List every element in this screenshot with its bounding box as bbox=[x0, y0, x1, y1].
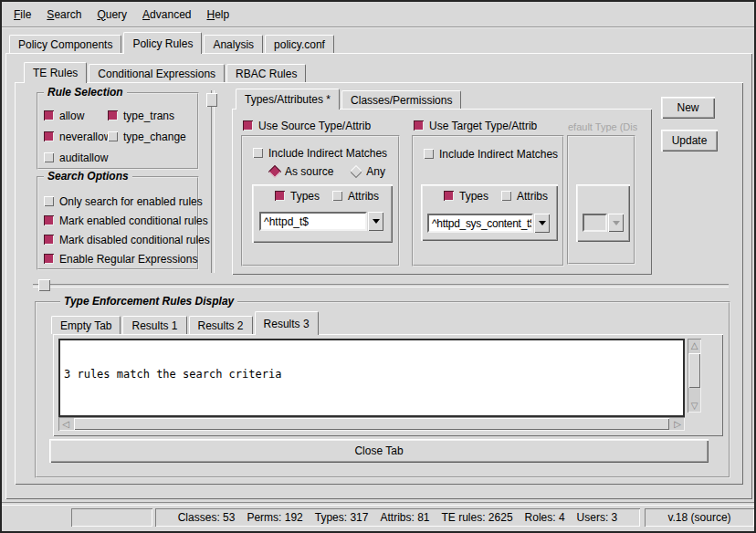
checkbox-label: Attribs bbox=[348, 190, 379, 203]
menu-file[interactable]: File bbox=[12, 7, 33, 22]
checkbox-label: allow bbox=[59, 110, 84, 122]
tab-policy-conf[interactable]: policy.conf bbox=[265, 35, 334, 53]
horizontal-sash[interactable] bbox=[33, 284, 729, 287]
target-type-combobox[interactable]: ^httpd_sys_content_t$ bbox=[427, 214, 550, 233]
scrollbar-thumb[interactable] bbox=[74, 418, 669, 430]
scroll-up-button[interactable]: △ bbox=[688, 339, 701, 352]
checkbox-use-source[interactable]: Use Source Type/Attrib bbox=[243, 120, 371, 131]
blank-line bbox=[64, 406, 679, 417]
menubar: File Search Query Advanced Help bbox=[2, 2, 754, 28]
radio-any[interactable] bbox=[350, 164, 362, 177]
horizontal-scrollbar[interactable]: ◁ ▷ bbox=[58, 417, 685, 431]
checkbox-mark-enabled-conditional[interactable]: Mark enabled conditional rules bbox=[44, 214, 208, 226]
radio-as-source[interactable] bbox=[268, 164, 281, 177]
tab-results-3[interactable]: Results 3 bbox=[255, 311, 319, 335]
combobox-entry[interactable]: ^httpd_t$ bbox=[259, 212, 367, 231]
checkbox-source-types[interactable] bbox=[275, 191, 285, 201]
checkbox-target-attribs[interactable] bbox=[501, 191, 511, 201]
tab-policy-rules[interactable]: Policy Rules bbox=[123, 32, 202, 54]
tab-label: Analysis bbox=[213, 38, 254, 51]
main-tab-bar: Policy Components Policy Rules Analysis … bbox=[9, 33, 336, 54]
new-button[interactable]: New bbox=[661, 97, 715, 119]
combobox-entry[interactable]: ^httpd_sys_content_t$ bbox=[427, 214, 533, 233]
stat-te-rules: TE rules: 2625 bbox=[442, 511, 513, 524]
checkbox-indicator[interactable] bbox=[243, 120, 253, 131]
checkbox-source-attribs[interactable] bbox=[332, 191, 342, 201]
status-panel-empty bbox=[71, 508, 152, 527]
stat-roles: Roles: 4 bbox=[525, 511, 565, 524]
checkbox-allow[interactable]: allow bbox=[44, 110, 84, 121]
tab-conditional-expressions[interactable]: Conditional Expressions bbox=[89, 64, 225, 82]
tab-results-2[interactable]: Results 2 bbox=[189, 316, 253, 334]
checkbox-target-indirect[interactable]: Include Indirect Matches bbox=[424, 148, 558, 160]
combobox-arrow-button[interactable] bbox=[368, 212, 383, 231]
menu-query[interactable]: Query bbox=[95, 7, 129, 22]
vertical-sash[interactable] bbox=[211, 90, 215, 273]
radio-label[interactable]: Any bbox=[366, 165, 385, 178]
checkbox-indicator[interactable] bbox=[44, 196, 54, 206]
checkbox-indicator[interactable] bbox=[44, 152, 54, 162]
tab-results-1[interactable]: Results 1 bbox=[122, 316, 186, 334]
scroll-down-button[interactable]: ▽ bbox=[688, 399, 701, 413]
status-panel-version: v.18 (source) bbox=[645, 508, 754, 527]
default-type-label: efault Type (Disa bbox=[568, 121, 637, 133]
checkbox-indicator[interactable] bbox=[108, 110, 118, 120]
radio-label[interactable]: As source bbox=[285, 165, 333, 178]
vertical-scrollbar[interactable]: △ ▽ bbox=[688, 339, 701, 413]
tab-label: Types/Attributes * bbox=[245, 93, 331, 106]
tab-te-rules[interactable]: TE Rules bbox=[24, 62, 87, 83]
checkbox-only-enabled-rules[interactable]: Only search for enabled rules bbox=[44, 195, 203, 207]
stat-perms: Perms: 192 bbox=[247, 511, 302, 524]
checkbox-indicator[interactable] bbox=[414, 120, 424, 131]
tab-analysis[interactable]: Analysis bbox=[204, 35, 263, 53]
checkbox-label: neverallow bbox=[59, 131, 111, 143]
checkbox-indicator[interactable] bbox=[44, 215, 54, 225]
checkbox-indicator[interactable] bbox=[44, 235, 54, 245]
version-label: v.18 (source) bbox=[667, 511, 730, 524]
menu-advanced[interactable]: Advanced bbox=[141, 7, 193, 22]
scroll-right-button[interactable]: ▷ bbox=[670, 417, 685, 431]
button-label: Update bbox=[672, 134, 708, 147]
chevron-down-icon bbox=[613, 221, 620, 225]
combobox-arrow-button[interactable] bbox=[534, 214, 550, 233]
tab-label: Empty Tab bbox=[60, 319, 111, 332]
vertical-sash-handle[interactable] bbox=[206, 93, 217, 107]
tab-label: Results 2 bbox=[198, 319, 244, 332]
tab-policy-components[interactable]: Policy Components bbox=[9, 35, 121, 53]
horizontal-sash-handle[interactable] bbox=[38, 279, 50, 291]
checkbox-enable-regex[interactable]: Enable Regular Expressions bbox=[44, 253, 197, 265]
tab-types-attributes[interactable]: Types/Attributes * bbox=[236, 89, 340, 110]
tab-rbac-rules[interactable]: RBAC Rules bbox=[226, 64, 306, 82]
tab-label: Results 3 bbox=[264, 318, 310, 330]
results-text-area[interactable]: 3 rules match the search criteria (5822)… bbox=[58, 339, 685, 417]
checkbox-type-change[interactable]: type_change bbox=[108, 131, 186, 142]
results-tab-bar: Empty Tab Results 1 Results 2 Results 3 bbox=[51, 312, 320, 335]
checkbox-label: Mark disabled conditional rules bbox=[59, 234, 210, 246]
menu-search[interactable]: Search bbox=[45, 7, 83, 22]
checkbox-indicator[interactable] bbox=[44, 110, 54, 120]
checkbox-indicator[interactable] bbox=[108, 131, 118, 141]
statusbar-separator bbox=[2, 502, 754, 506]
checkbox-indicator[interactable] bbox=[44, 131, 54, 141]
tab-empty-tab[interactable]: Empty Tab bbox=[51, 316, 121, 334]
scrollbar-thumb[interactable] bbox=[688, 353, 700, 388]
close-tab-button[interactable]: Close Tab bbox=[49, 439, 709, 463]
checkbox-source-indirect[interactable]: Include Indirect Matches bbox=[253, 147, 387, 159]
update-button[interactable]: Update bbox=[661, 130, 718, 152]
source-type-combobox[interactable]: ^httpd_t$ bbox=[259, 212, 383, 231]
menu-help[interactable]: Help bbox=[205, 7, 231, 22]
tab-classes-permissions[interactable]: Classes/Permissions bbox=[341, 90, 461, 109]
scroll-left-button[interactable]: ◁ bbox=[58, 417, 73, 431]
checkbox-type-trans[interactable]: type_trans bbox=[108, 110, 174, 121]
checkbox-neverallow[interactable]: neverallow bbox=[44, 131, 111, 142]
right-arrow-icon: ▷ bbox=[674, 419, 681, 429]
checkbox-indicator[interactable] bbox=[253, 148, 263, 158]
checkbox-indicator[interactable] bbox=[44, 254, 54, 264]
checkbox-label: Only search for enabled rules bbox=[59, 195, 203, 208]
checkbox-target-types[interactable] bbox=[444, 191, 454, 201]
checkbox-auditallow[interactable]: auditallow bbox=[44, 152, 108, 163]
rule-selection-title: Rule Selection bbox=[44, 86, 127, 99]
checkbox-mark-disabled-conditional[interactable]: Mark disabled conditional rules bbox=[44, 234, 210, 246]
checkbox-use-target[interactable]: Use Target Type/Attrib bbox=[414, 120, 537, 131]
checkbox-indicator[interactable] bbox=[424, 149, 434, 159]
